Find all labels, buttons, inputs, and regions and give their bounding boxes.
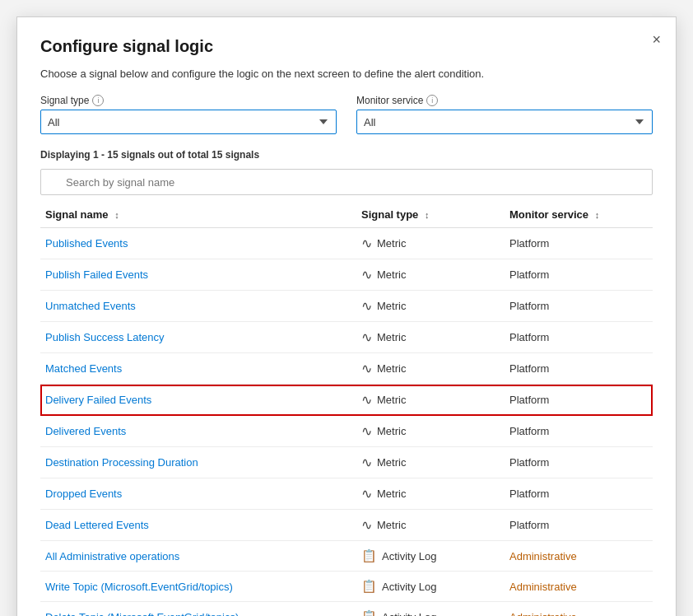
- metric-icon: ∿: [361, 517, 372, 533]
- table-row[interactable]: Dropped Events∿MetricPlatform: [40, 478, 653, 510]
- monitor-service-cell: Administrative: [505, 541, 653, 572]
- signal-type-cell: ∿Metric: [356, 259, 505, 291]
- table-row[interactable]: All Administrative operations📋Activity L…: [40, 541, 653, 572]
- metric-icon: ∿: [361, 423, 372, 439]
- signal-type-label: Signal type i: [40, 95, 337, 106]
- signal-name-link[interactable]: Destination Processing Duration: [45, 456, 198, 469]
- table-header-row: Signal name ↕ Signal type ↕ Monitor serv…: [40, 202, 653, 228]
- signal-type-text: Metric: [377, 425, 406, 437]
- signal-type-cell: ∿Metric: [356, 416, 505, 447]
- signal-name-link[interactable]: Unmatched Events: [45, 300, 136, 312]
- signal-name-link[interactable]: Write Topic (Microsoft.EventGrid/topics): [45, 581, 233, 593]
- modal-description: Choose a signal below and configure the …: [40, 68, 653, 80]
- signal-type-text: Metric: [377, 268, 406, 281]
- signal-type-text: Metric: [377, 394, 406, 406]
- monitor-service-cell: Platform: [505, 291, 653, 322]
- activity-log-icon: 📋: [361, 579, 377, 594]
- signal-name-cell: Unmatched Events: [40, 291, 356, 322]
- signal-type-text: Metric: [377, 237, 406, 250]
- signal-type-filter-group: Signal type i All Metric Activity Log: [40, 95, 337, 134]
- monitor-service-cell: Platform: [505, 259, 653, 291]
- table-row[interactable]: Write Topic (Microsoft.EventGrid/topics)…: [40, 572, 653, 602]
- signal-type-text: Activity Log: [382, 550, 436, 562]
- col-header-monitor-service: Monitor service ↕: [505, 202, 653, 228]
- signal-type-cell: ∿Metric: [356, 228, 505, 259]
- signal-type-cell: ∿Metric: [356, 447, 505, 478]
- monitor-service-text: Administrative: [509, 550, 577, 562]
- signal-name-link[interactable]: Delivery Failed Events: [45, 394, 151, 406]
- sort-icon-monitor-service[interactable]: ↕: [595, 210, 600, 220]
- table-row[interactable]: Unmatched Events∿MetricPlatform: [40, 291, 653, 322]
- table-row[interactable]: Matched Events∿MetricPlatform: [40, 353, 653, 385]
- signal-type-select[interactable]: All Metric Activity Log: [40, 110, 337, 134]
- table-row[interactable]: Destination Processing Duration∿MetricPl…: [40, 447, 653, 478]
- activity-log-icon: 📋: [361, 548, 377, 563]
- monitor-service-text: Platform: [509, 456, 549, 469]
- signal-name-link[interactable]: Delivered Events: [45, 425, 126, 437]
- monitor-service-select[interactable]: All Platform Administrative: [356, 110, 653, 134]
- table-row[interactable]: Dead Lettered Events∿MetricPlatform: [40, 510, 653, 541]
- configure-signal-modal: × Configure signal logic Choose a signal…: [16, 16, 677, 616]
- sort-icon-signal-name[interactable]: ↕: [114, 210, 119, 220]
- table-row[interactable]: Delivery Failed Events∿MetricPlatform: [40, 385, 653, 416]
- signal-name-link[interactable]: Matched Events: [45, 362, 122, 375]
- monitor-service-text: Platform: [509, 394, 549, 406]
- signal-name-cell: Dropped Events: [40, 478, 356, 510]
- table-row[interactable]: Delete Topic (Microsoft.EventGrid/topics…: [40, 602, 653, 617]
- sort-icon-signal-type[interactable]: ↕: [425, 210, 430, 220]
- signals-table: Signal name ↕ Signal type ↕ Monitor serv…: [40, 202, 653, 616]
- search-wrapper: 🔍: [40, 169, 653, 195]
- signal-name-cell: Publish Success Latency: [40, 322, 356, 353]
- monitor-service-cell: Platform: [505, 385, 653, 416]
- signal-name-link[interactable]: Dead Lettered Events: [45, 519, 149, 531]
- signal-type-text: Metric: [377, 300, 406, 312]
- monitor-service-cell: Platform: [505, 510, 653, 541]
- signal-name-link[interactable]: Publish Failed Events: [45, 268, 148, 281]
- monitor-service-cell: Platform: [505, 353, 653, 385]
- signal-name-cell: Write Topic (Microsoft.EventGrid/topics): [40, 572, 356, 602]
- signal-type-cell: ∿Metric: [356, 353, 505, 385]
- signal-type-cell: 📋Activity Log: [356, 541, 505, 572]
- close-button[interactable]: ×: [652, 32, 661, 47]
- table-row[interactable]: Published Events∿MetricPlatform: [40, 228, 653, 259]
- signal-name-link[interactable]: Publish Success Latency: [45, 331, 165, 343]
- signal-name-cell: Publish Failed Events: [40, 259, 356, 291]
- monitor-service-text: Platform: [509, 425, 549, 437]
- signal-type-cell: ∿Metric: [356, 291, 505, 322]
- signal-type-cell: 📋Activity Log: [356, 602, 505, 617]
- monitor-service-text: Platform: [509, 331, 549, 343]
- monitor-service-text: Platform: [509, 237, 549, 250]
- search-input[interactable]: [40, 169, 653, 195]
- signal-name-link[interactable]: Delete Topic (Microsoft.EventGrid/topics…: [45, 611, 239, 617]
- signal-name-cell: Delivered Events: [40, 416, 356, 447]
- signal-type-cell: ∿Metric: [356, 510, 505, 541]
- signal-type-cell: ∿Metric: [356, 385, 505, 416]
- signal-name-link[interactable]: All Administrative operations: [45, 550, 179, 562]
- signal-type-cell: 📋Activity Log: [356, 572, 505, 602]
- table-row[interactable]: Publish Failed Events∿MetricPlatform: [40, 259, 653, 291]
- table-row[interactable]: Delivered Events∿MetricPlatform: [40, 416, 653, 447]
- monitor-service-text: Platform: [509, 488, 549, 500]
- signal-name-link[interactable]: Dropped Events: [45, 488, 122, 500]
- monitor-service-text: Platform: [509, 519, 549, 531]
- signal-name-cell: Destination Processing Duration: [40, 447, 356, 478]
- signal-type-text: Metric: [377, 519, 406, 531]
- results-count: Displaying 1 - 15 signals out of total 1…: [40, 149, 653, 161]
- signal-type-info-icon: i: [92, 95, 104, 106]
- monitor-service-text: Platform: [509, 268, 549, 281]
- signal-name-link[interactable]: Published Events: [45, 237, 128, 250]
- monitor-service-label: Monitor service i: [356, 95, 653, 106]
- metric-icon: ∿: [361, 236, 372, 251]
- modal-title: Configure signal logic: [40, 37, 653, 56]
- signal-type-cell: ∿Metric: [356, 322, 505, 353]
- signal-type-text: Metric: [377, 456, 406, 469]
- metric-icon: ∿: [361, 392, 372, 408]
- monitor-service-filter-group: Monitor service i All Platform Administr…: [356, 95, 653, 134]
- table-row[interactable]: Publish Success Latency∿MetricPlatform: [40, 322, 653, 353]
- monitor-service-cell: Platform: [505, 478, 653, 510]
- signal-type-text: Activity Log: [382, 581, 436, 593]
- metric-icon: ∿: [361, 329, 372, 345]
- signal-name-cell: Delivery Failed Events: [40, 385, 356, 416]
- metric-icon: ∿: [361, 361, 372, 376]
- filters-row: Signal type i All Metric Activity Log Mo…: [40, 95, 653, 134]
